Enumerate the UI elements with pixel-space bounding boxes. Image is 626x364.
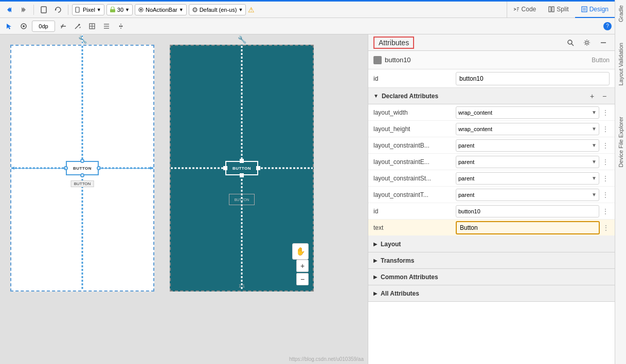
zoom-controls: + − bbox=[296, 260, 309, 285]
svg-marker-38 bbox=[121, 25, 123, 27]
handle-bottom[interactable] bbox=[80, 173, 84, 177]
attr-dropdown-constraintSt[interactable]: parent ▼ bbox=[456, 172, 599, 185]
remove-constraintE[interactable]: ⋮ bbox=[601, 158, 610, 166]
declared-triangle: ▼ bbox=[373, 93, 379, 99]
attr-name-layout-height: layout_height bbox=[373, 125, 456, 133]
constraint-tool[interactable] bbox=[86, 20, 98, 32]
handle-right-bottom[interactable] bbox=[240, 173, 244, 177]
attr-panel-header: Attributes bbox=[368, 34, 615, 51]
theme-label: NoActionBar bbox=[146, 7, 177, 13]
component-icon bbox=[373, 56, 382, 64]
split-tab[interactable]: Split bbox=[542, 2, 575, 18]
attr-name-constraintSt: layout_constraintSt... bbox=[373, 175, 456, 182]
attr-dropdown-constraintB[interactable]: parent ▼ bbox=[456, 139, 599, 152]
attr-dropdown-layout-width[interactable]: wrap_content ▼ bbox=[456, 106, 599, 119]
remove-text[interactable]: ⋮ bbox=[602, 224, 610, 232]
guidelines-tool[interactable] bbox=[115, 20, 127, 32]
transforms-section-header[interactable]: ▶ Transforms bbox=[368, 252, 615, 269]
attributes-panel: Attributes bbox=[368, 34, 615, 364]
sdk-chevron: ▼ bbox=[125, 7, 130, 12]
align-tool[interactable] bbox=[100, 20, 113, 32]
id-input[interactable] bbox=[456, 72, 610, 85]
attr-row-constraintSt: layout_constraintSt... parent ▼ ⋮ bbox=[368, 170, 615, 187]
orientation-button[interactable] bbox=[38, 4, 50, 16]
component-row: button10 Button bbox=[368, 51, 615, 69]
locale-dropdown[interactable]: Default (en-us) ▼ bbox=[189, 4, 246, 15]
svg-marker-37 bbox=[119, 25, 120, 27]
error-tool[interactable] bbox=[57, 20, 69, 32]
layout-section-header[interactable]: ▶ Layout bbox=[368, 236, 615, 252]
sep1 bbox=[33, 5, 34, 15]
sdk-label: 30 bbox=[117, 7, 123, 13]
id-label: id bbox=[373, 75, 456, 82]
hand-tool[interactable]: ✋ bbox=[292, 243, 309, 260]
attr-dropdown-id[interactable]: button10 bbox=[456, 205, 599, 217]
search-icon-btn[interactable] bbox=[564, 37, 577, 49]
layout-section-title: Layout bbox=[381, 241, 610, 248]
code-tab[interactable]: Code bbox=[507, 2, 543, 18]
remove-constraintT[interactable]: ⋮ bbox=[601, 191, 610, 199]
layout-triangle: ▶ bbox=[373, 241, 378, 247]
gradle-tab[interactable]: Gradle bbox=[616, 0, 625, 27]
attributes-title-box: Attributes bbox=[373, 37, 414, 49]
remove-layout-height[interactable]: ⋮ bbox=[601, 125, 610, 133]
id-value-col bbox=[456, 72, 610, 85]
remove-constraintB[interactable]: ⋮ bbox=[601, 141, 610, 150]
refresh-button[interactable] bbox=[52, 4, 64, 16]
all-section-header[interactable]: ▶ All Attributes bbox=[368, 285, 615, 302]
common-section-header[interactable]: ▶ Common Attributes bbox=[368, 269, 615, 285]
add-attr-btn[interactable]: + bbox=[587, 91, 597, 101]
attr-row-constraintB: layout_constraintB... parent ▼ ⋮ bbox=[368, 137, 615, 154]
attr-input-text[interactable] bbox=[456, 221, 600, 234]
select-tool[interactable] bbox=[3, 20, 15, 32]
design-tab-label: Design bbox=[589, 6, 609, 13]
magic-tool[interactable] bbox=[71, 20, 84, 32]
forward-button[interactable] bbox=[17, 4, 30, 16]
pixel-dropdown[interactable]: Pixel ▼ bbox=[72, 4, 104, 15]
help-button[interactable]: ? bbox=[603, 22, 612, 30]
second-toolbar: ? bbox=[0, 18, 615, 34]
back-button[interactable] bbox=[3, 4, 15, 16]
handle-right-left[interactable] bbox=[223, 166, 227, 170]
device-frame-right: BUTTON BUTTON ✋ bbox=[170, 45, 314, 292]
attr-dropdown-constraintE[interactable]: parent ▼ bbox=[456, 156, 599, 168]
design-tab[interactable]: Design bbox=[575, 2, 615, 18]
settings-icon-btn[interactable] bbox=[581, 37, 593, 49]
attr-dropdown-constraintT[interactable]: parent ▼ bbox=[456, 189, 599, 201]
remove-id[interactable]: ⋮ bbox=[601, 207, 610, 215]
svg-rect-7 bbox=[110, 9, 115, 12]
close-panel-btn[interactable] bbox=[597, 37, 610, 49]
attr-name-text: text bbox=[373, 224, 456, 231]
remove-layout-width[interactable]: ⋮ bbox=[601, 108, 610, 117]
remove-attr-btn[interactable]: − bbox=[599, 91, 610, 101]
attr-dropdown-layout-height[interactable]: wrap_content ▼ bbox=[456, 123, 599, 135]
theme-dropdown[interactable]: NoActionBar ▼ bbox=[135, 4, 187, 15]
handle-right-right[interactable] bbox=[256, 166, 260, 170]
attr-name-constraintT: layout_constraintT... bbox=[373, 191, 456, 198]
canvas-area: 🔧 BUTTON bbox=[0, 34, 368, 364]
attr-row-constraintT: layout_constraintT... parent ▼ ⋮ bbox=[368, 187, 615, 203]
zoom-out-button[interactable]: − bbox=[296, 273, 309, 285]
device-file-explorer-tab[interactable]: Device File Explorer bbox=[616, 112, 625, 172]
attr-row-id: id button10 ⋮ bbox=[368, 203, 615, 220]
remove-constraintSt[interactable]: ⋮ bbox=[601, 174, 610, 183]
handle-right-top[interactable] bbox=[240, 159, 244, 163]
svg-point-9 bbox=[140, 9, 142, 11]
device-frame-left: BUTTON bbox=[10, 45, 154, 292]
wrench-icon-right: 🔧 bbox=[238, 35, 246, 44]
pixel-label: Pixel bbox=[83, 7, 95, 13]
preview-panel-left: 🔧 BUTTON bbox=[10, 45, 154, 354]
all-triangle: ▶ bbox=[373, 290, 378, 296]
sdk-dropdown[interactable]: 30 ▼ bbox=[106, 4, 133, 15]
declared-section-header[interactable]: ▼ Declared Attributes + − bbox=[368, 88, 615, 104]
layout-validation-tab[interactable]: Layout Validation bbox=[616, 38, 625, 91]
zoom-in-button[interactable]: + bbox=[296, 260, 309, 272]
dp-input[interactable] bbox=[32, 21, 55, 32]
widget-label-left: BUTTON bbox=[71, 180, 94, 187]
handle-top[interactable] bbox=[80, 159, 84, 163]
section-actions: + − bbox=[587, 91, 610, 101]
arrow-right-constraint bbox=[99, 168, 153, 169]
warning-icon[interactable]: ⚠ bbox=[248, 6, 255, 14]
panning-tool[interactable] bbox=[17, 20, 30, 32]
svg-rect-17 bbox=[549, 7, 551, 12]
